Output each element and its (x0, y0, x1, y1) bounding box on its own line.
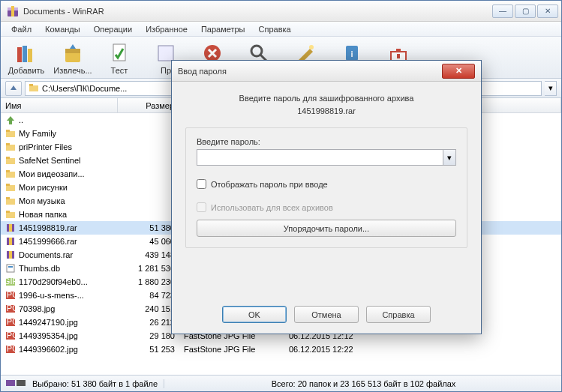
menu-file[interactable]: Файл (5, 23, 38, 35)
password-group: Введите пароль: ▾ Отображать пароль при … (185, 127, 467, 248)
nav-up-button[interactable] (5, 81, 22, 96)
statusbar: Выбрано: 51 380 байт в 1 файле Всего: 20… (1, 375, 561, 391)
svg-text:i: i (350, 49, 353, 58)
folder-icon (5, 196, 16, 206)
up-icon (5, 115, 16, 125)
svg-rect-9 (158, 46, 173, 61)
svg-rect-7 (65, 49, 80, 53)
toolbar-test[interactable]: Тест (98, 39, 140, 76)
file-row[interactable]: JPG1449396602.jpg51 253FastStone JPG Fil… (1, 343, 561, 356)
cancel-button[interactable]: Отмена (294, 306, 359, 323)
folder-icon (5, 142, 16, 152)
svg-rect-18 (396, 49, 401, 52)
svg-rect-56 (17, 380, 26, 386)
jpg-icon: JPG (5, 317, 16, 328)
menu-help[interactable]: Справка (253, 23, 297, 35)
svg-rect-17 (397, 54, 400, 58)
svg-rect-2 (11, 6, 14, 16)
svg-rect-32 (6, 197, 10, 199)
svg-rect-27 (6, 172, 15, 178)
status-total: Всего: 20 папок и 23 165 513 байт в 102 … (170, 379, 557, 388)
column-size[interactable]: Размер (118, 98, 179, 112)
svg-text:JPG: JPG (5, 290, 16, 299)
help-button[interactable]: Справка (366, 306, 431, 323)
svg-rect-26 (6, 157, 10, 159)
status-icon (5, 378, 26, 390)
app-icon (7, 5, 19, 17)
titlebar: Documents - WinRAR — ▢ ✕ (1, 1, 561, 22)
window-title: Documents - WinRAR (23, 7, 492, 16)
dialog-message: Введите пароль для зашифрованного архива… (185, 92, 467, 117)
dialog-title: Ввод пароля (178, 67, 442, 76)
test-icon (107, 41, 131, 65)
close-button[interactable]: ✕ (537, 4, 558, 18)
password-dropdown[interactable]: ▾ (443, 150, 455, 165)
password-input[interactable]: ▾ (197, 149, 456, 166)
dialog-close-button[interactable]: ✕ (442, 64, 475, 79)
toolbar-extract[interactable]: Извлечь... (52, 39, 94, 76)
folder-icon (5, 182, 16, 193)
menu-favorites[interactable]: Избранное (140, 23, 194, 35)
svg-rect-38 (9, 238, 12, 245)
organize-passwords-button[interactable]: Упорядочить пароли... (197, 220, 456, 237)
password-label: Введите пароль: (197, 137, 456, 146)
status-selected: Выбрано: 51 380 байт в 1 файле (32, 379, 164, 388)
gif-icon: GIF (5, 277, 16, 287)
svg-rect-42 (8, 266, 13, 268)
folder-icon (5, 155, 16, 166)
folder-icon (5, 209, 16, 220)
svg-rect-3 (17, 47, 22, 62)
svg-rect-6 (65, 52, 80, 62)
jpg-icon: JPG (5, 304, 16, 314)
books-icon (14, 41, 38, 65)
svg-rect-40 (9, 251, 12, 259)
svg-text:JPG: JPG (5, 317, 16, 326)
password-field[interactable] (197, 150, 443, 165)
path-dropdown[interactable]: ▾ (545, 81, 557, 96)
db-icon (5, 263, 16, 274)
svg-rect-36 (9, 224, 12, 232)
svg-rect-4 (23, 46, 27, 62)
maximize-button[interactable]: ▢ (515, 4, 536, 18)
svg-rect-29 (6, 185, 15, 191)
toolbar-add[interactable]: Добавить (5, 39, 47, 76)
svg-rect-31 (6, 199, 15, 205)
dialog-footer: OK Отмена Справка (172, 298, 481, 334)
svg-point-13 (309, 45, 314, 49)
ok-button[interactable]: OK (222, 306, 287, 323)
svg-rect-19 (29, 85, 38, 91)
menu-commands[interactable]: Команды (39, 23, 86, 35)
use-all-checkbox: Использовать для всех архивов (197, 202, 456, 212)
column-name[interactable]: Имя (1, 98, 118, 112)
password-dialog: Ввод пароля ✕ Введите пароль для зашифро… (171, 60, 482, 334)
svg-rect-24 (6, 143, 10, 145)
rar-icon (5, 250, 16, 260)
svg-point-11 (251, 46, 262, 56)
svg-rect-22 (6, 130, 10, 132)
svg-rect-55 (6, 380, 15, 386)
menu-operations[interactable]: Операции (88, 23, 138, 35)
dialog-titlebar: Ввод пароля ✕ (172, 61, 481, 82)
svg-rect-33 (6, 212, 15, 218)
svg-text:JPG: JPG (5, 304, 16, 313)
folder-icon (29, 82, 39, 94)
folder-icon (5, 128, 16, 139)
jpg-icon: JPG (5, 290, 16, 301)
svg-rect-20 (29, 84, 33, 86)
svg-text:JPG: JPG (5, 344, 16, 353)
show-password-checkbox[interactable]: Отображать пароль при вводе (197, 179, 456, 189)
svg-rect-8 (113, 44, 125, 61)
rar-icon (5, 236, 16, 247)
extract-icon (61, 41, 85, 65)
svg-text:JPG: JPG (5, 331, 16, 340)
svg-rect-28 (6, 170, 10, 172)
svg-rect-23 (6, 145, 15, 151)
svg-rect-21 (6, 131, 15, 137)
minimize-button[interactable]: — (492, 4, 513, 18)
svg-rect-30 (6, 184, 10, 186)
jpg-icon: JPG (5, 331, 16, 341)
menu-options[interactable]: Параметры (195, 23, 251, 35)
menubar: Файл Команды Операции Избранное Параметр… (1, 22, 561, 37)
svg-rect-34 (6, 211, 10, 213)
rar-icon (5, 223, 16, 233)
